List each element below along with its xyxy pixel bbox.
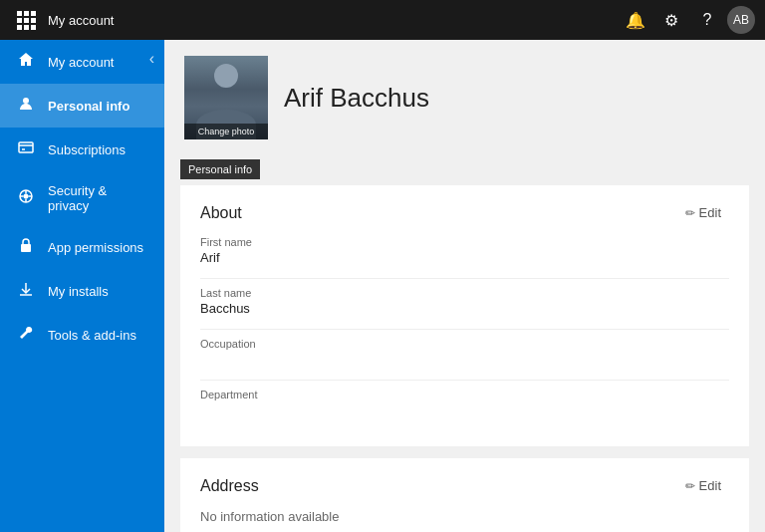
address-card: Address ✏ Edit No information available (180, 458, 749, 532)
personal-info-tooltip: Personal info (180, 159, 260, 179)
sidebar-item-my-installs-label: My installs (48, 284, 109, 299)
about-card: About ✏ Edit First name Arif Last name B… (180, 185, 749, 446)
firstname-value: Arif (200, 250, 729, 268)
sidebar-item-tools-addins[interactable]: Tools & add-ins (0, 313, 164, 357)
sidebar-item-app-permissions[interactable]: App permissions (0, 225, 164, 269)
change-photo-button[interactable]: Change photo (184, 124, 268, 139)
sidebar-collapse-button[interactable]: ‹ (149, 50, 154, 68)
tooltip-wrap: Personal info (180, 159, 260, 177)
address-no-info: No information available (200, 509, 729, 524)
department-field: Department (200, 389, 729, 420)
subscriptions-icon (16, 139, 36, 159)
svg-rect-1 (19, 142, 33, 152)
about-edit-label: Edit (699, 205, 721, 220)
about-title: About (200, 204, 242, 222)
svg-point-5 (24, 194, 29, 199)
lastname-label: Last name (200, 287, 729, 299)
address-edit-button[interactable]: ✏ Edit (677, 474, 729, 497)
main-layout: ‹ My account Personal info (0, 40, 765, 532)
sidebar-item-security-privacy[interactable]: Security & privacy (0, 171, 164, 225)
svg-rect-10 (21, 244, 31, 252)
notifications-icon[interactable]: 🔔 (620, 4, 651, 36)
profile-photo-container: Change photo (184, 56, 268, 139)
apps-grid-button[interactable] (10, 4, 42, 36)
lock-icon (16, 237, 36, 257)
occupation-label: Occupation (200, 338, 729, 350)
download-icon (16, 281, 36, 301)
sidebar-item-personal-info[interactable]: Personal info (0, 84, 164, 128)
sidebar-item-security-privacy-label: Security & privacy (48, 183, 148, 213)
sidebar-item-my-account[interactable]: My account (0, 40, 164, 84)
security-icon (16, 188, 36, 208)
lastname-field: Last name Bacchus (200, 287, 729, 319)
content-area: Change photo Arif Bacchus Personal info … (164, 40, 765, 532)
firstname-label: First name (200, 236, 729, 248)
occupation-value (200, 352, 729, 370)
department-value (200, 402, 729, 420)
firstname-field: First name Arif (200, 236, 729, 268)
pencil-icon: ✏ (685, 206, 695, 220)
lastname-value: Bacchus (200, 301, 729, 319)
topbar-title: My account (48, 13, 620, 28)
pencil-icon-address: ✏ (685, 479, 695, 493)
help-icon[interactable]: ? (691, 4, 723, 36)
home-icon (16, 52, 36, 72)
sidebar-item-subscriptions-label: Subscriptions (48, 142, 126, 157)
avatar-initials: AB (733, 13, 749, 27)
topbar-actions: 🔔 ⚙ ? AB (620, 4, 755, 36)
person-icon (16, 96, 36, 116)
svg-point-0 (23, 98, 29, 104)
profile-name: Arif Bacchus (284, 83, 429, 114)
tools-icon (16, 325, 36, 345)
sidebar-item-tools-addins-label: Tools & add-ins (48, 328, 136, 343)
address-card-header: Address ✏ Edit (200, 474, 729, 497)
address-title: Address (200, 477, 259, 495)
sidebar-item-app-permissions-label: App permissions (48, 240, 143, 255)
about-card-header: About ✏ Edit (200, 201, 729, 224)
sidebar-item-my-installs[interactable]: My installs (0, 269, 164, 313)
department-label: Department (200, 389, 729, 400)
sidebar-item-my-account-label: My account (48, 55, 114, 70)
user-avatar[interactable]: AB (727, 6, 755, 34)
grid-icon (17, 11, 36, 30)
settings-icon[interactable]: ⚙ (655, 4, 687, 36)
profile-header: Change photo Arif Bacchus (164, 40, 765, 151)
sidebar: ‹ My account Personal info (0, 40, 164, 532)
sidebar-item-subscriptions[interactable]: Subscriptions (0, 128, 164, 171)
topbar: My account 🔔 ⚙ ? AB (0, 0, 765, 40)
sidebar-item-personal-info-label: Personal info (48, 99, 129, 114)
address-edit-label: Edit (699, 478, 721, 493)
about-edit-button[interactable]: ✏ Edit (677, 201, 729, 224)
occupation-field: Occupation (200, 338, 729, 370)
